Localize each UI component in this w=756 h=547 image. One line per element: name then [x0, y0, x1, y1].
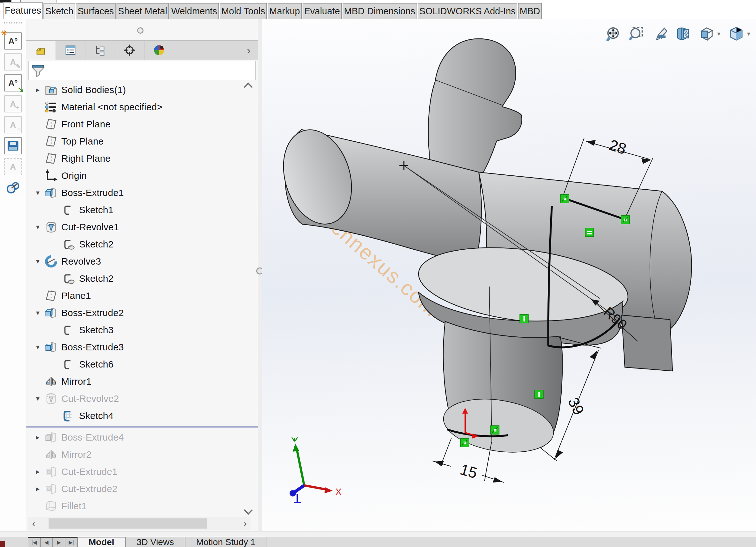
dim-28[interactable]: 28: [607, 136, 628, 157]
save-annotation-views-button[interactable]: [4, 137, 22, 154]
tree-expander[interactable]: [31, 189, 45, 197]
tree-item[interactable]: Boss-Extrude4: [26, 429, 258, 446]
panel-expand-chevron[interactable]: ›: [247, 44, 251, 57]
command-tab[interactable]: MBD: [518, 3, 542, 19]
document-tab[interactable]: Model: [77, 537, 125, 547]
tree-scroll-down[interactable]: [244, 506, 252, 514]
command-tab[interactable]: Evaluate: [303, 3, 342, 19]
dim-15[interactable]: 15: [458, 461, 479, 482]
annotation-frame-button[interactable]: A: [4, 158, 22, 175]
first-tab-button[interactable]: |◀: [28, 538, 40, 547]
tree-item[interactable]: Sketch2: [26, 270, 258, 287]
annotation-group-button[interactable]: A◌: [4, 116, 22, 133]
part-body[interactable]: [272, 39, 692, 459]
zoom-to-area-button[interactable]: [628, 26, 644, 41]
tree-expander[interactable]: [31, 468, 45, 476]
relation-vertical-icon: [520, 315, 528, 323]
tree-item[interactable]: Material <not specified>: [26, 98, 258, 116]
tab-displaymanager[interactable]: [144, 41, 174, 60]
command-tab[interactable]: MBD Dimensions: [343, 3, 417, 19]
tree-item[interactable]: Top Plane: [26, 133, 258, 150]
tree-item[interactable]: Fillet1: [26, 497, 258, 515]
tree-item-icon: [45, 483, 57, 495]
tree-item[interactable]: Right Plane: [26, 150, 258, 167]
tree-item[interactable]: [26, 515, 258, 517]
belt-chain-button[interactable]: [4, 179, 22, 196]
scrollbar-track[interactable]: [39, 517, 240, 530]
command-tab[interactable]: Features: [3, 2, 43, 19]
tree-item[interactable]: Cut-Revolve2: [26, 390, 258, 407]
import-annotations-button[interactable]: A°➘: [4, 74, 22, 91]
scroll-left-arrow[interactable]: ‹: [28, 517, 39, 530]
tree-expander[interactable]: [31, 257, 45, 265]
tree-filter-box[interactable]: [28, 61, 256, 80]
prev-tab-button[interactable]: ◀: [40, 538, 53, 547]
tree-item[interactable]: Boss-Extrude1: [26, 184, 258, 201]
relation-coincident-icon: [560, 194, 569, 203]
tree-expander[interactable]: [31, 485, 45, 493]
tree-expander[interactable]: [31, 86, 45, 94]
tree-item[interactable]: Cut-Extrude2: [26, 480, 258, 497]
tree-expander[interactable]: [31, 223, 45, 231]
display-style-button[interactable]: [729, 26, 744, 41]
command-tab[interactable]: Sketch: [43, 3, 75, 19]
tree-item[interactable]: Mirror2: [26, 446, 258, 463]
tree-item[interactable]: Plane1: [26, 287, 258, 304]
section-view-button[interactable]: [675, 26, 691, 41]
tree-item[interactable]: Mirror1: [26, 373, 258, 390]
scrollbar-thumb[interactable]: [49, 518, 207, 529]
previous-view-button[interactable]: [652, 26, 667, 41]
tree-expander[interactable]: [31, 395, 45, 403]
command-tab[interactable]: Mold Tools: [220, 3, 267, 19]
dim-39[interactable]: 39: [565, 395, 587, 417]
toolbar-grip[interactable]: [4, 22, 22, 23]
document-tab[interactable]: Motion Study 1: [185, 537, 267, 547]
tree-item[interactable]: Solid Bodies(1): [26, 81, 258, 98]
tree-item[interactable]: Boss-Extrude3: [26, 339, 258, 356]
tree-horizontal-scrollbar[interactable]: ‹ ›: [28, 517, 251, 530]
graphics-viewport[interactable]: ▾ ▾ Mechnexus.com: [262, 19, 756, 531]
3d-model-scene[interactable]: Mechnexus.com: [262, 19, 756, 531]
panel-pin-handle[interactable]: [137, 27, 144, 34]
tree-item[interactable]: Sketch6: [26, 356, 258, 373]
feature-tree: Solid Bodies(1) Material <not specified>…: [26, 81, 258, 517]
tree-item-icon: [45, 186, 57, 199]
command-tab[interactable]: Markup: [268, 3, 302, 19]
tree-item[interactable]: Sketch2: [26, 236, 258, 253]
display-style-caret[interactable]: ▾: [747, 30, 750, 37]
tree-item[interactable]: [26, 424, 258, 429]
new-annotation-view-button[interactable]: A°✳: [4, 32, 22, 50]
tree-expander[interactable]: [31, 433, 45, 442]
tree-item[interactable]: Cut-Extrude1: [26, 463, 258, 480]
add-annotation-button[interactable]: A＋: [4, 95, 22, 112]
tree-expander[interactable]: [31, 309, 45, 317]
tree-item[interactable]: Sketch3: [26, 322, 258, 339]
view-orientation-button[interactable]: [699, 26, 714, 41]
tab-featuremanager-design-tree[interactable]: [26, 41, 56, 60]
tab-propertymanager[interactable]: [56, 41, 85, 60]
edit-annotation-view-button[interactable]: A✎: [4, 53, 22, 70]
featuremanager-panel: › Solid Bodies(1) Material <not specifie…: [26, 19, 258, 531]
next-tab-button[interactable]: ▶: [53, 538, 65, 547]
tab-dimxpertmanager[interactable]: [115, 41, 144, 60]
tree-item[interactable]: Sketch4: [26, 407, 258, 424]
tree-item[interactable]: Boss-Extrude2: [26, 304, 258, 322]
tree-item[interactable]: Cut-Revolve1: [26, 218, 258, 236]
tree-item[interactable]: Sketch1: [26, 201, 258, 218]
view-orientation-caret[interactable]: ▾: [717, 30, 720, 37]
scroll-right-arrow[interactable]: ›: [240, 517, 251, 530]
tree-expander[interactable]: [31, 343, 45, 351]
command-tab[interactable]: Weldments: [170, 3, 219, 19]
tree-item[interactable]: Origin: [26, 167, 258, 184]
command-tab[interactable]: Sheet Metal: [117, 3, 169, 19]
tree-item[interactable]: Front Plane: [26, 116, 258, 133]
tree-scroll-up[interactable]: [244, 83, 252, 91]
document-tab[interactable]: 3D Views: [125, 537, 185, 547]
zoom-to-fit-button[interactable]: [605, 26, 620, 41]
command-tab[interactable]: Surfaces: [76, 3, 115, 19]
tree-item[interactable]: Revolve3: [26, 253, 258, 270]
tab-configurationmanager[interactable]: [85, 41, 115, 60]
command-tab[interactable]: SOLIDWORKS Add-Ins: [418, 3, 517, 19]
last-tab-button[interactable]: ▶|: [65, 538, 77, 547]
floppy-disk-icon: [8, 141, 18, 150]
